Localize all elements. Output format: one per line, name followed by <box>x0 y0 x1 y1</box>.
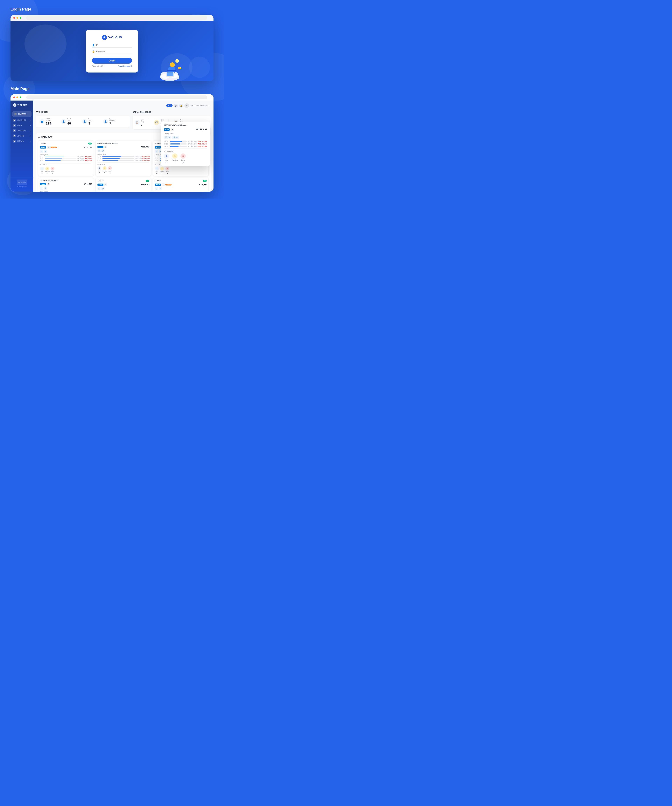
user-avatar[interactable]: A <box>184 103 189 108</box>
floating-azure-row: Azure 2 ₩116,092 <box>164 128 207 131</box>
id-field: 👤 <box>92 44 132 48</box>
action-icon-link[interactable]: 🔗 <box>101 149 104 152</box>
forgot-password-link[interactable]: Forgot Password? <box>118 65 132 67</box>
sidebar-customer-by-arrow: ▸ <box>30 135 31 137</box>
info-badge-label: Info <box>156 171 158 172</box>
cost-prev: ₩5,869,998 <box>77 156 84 158</box>
event-badge-error: ⊘ Error 0 <box>51 167 54 174</box>
csp-stat-info: CSP고객사 46 <box>68 118 72 126</box>
floating-prev: ₩5,869,998 <box>188 143 196 145</box>
action-icon-link[interactable]: 🔗 <box>44 187 47 190</box>
event-badges: ℹ Info 0 ⚠ Warning 2 ⊘ Error 0 <box>40 167 92 174</box>
sidebar-settings-label: 환경설정 <box>17 140 24 142</box>
main-browser-dot-red <box>13 96 15 98</box>
cost-prev: ₩5,869,998 <box>77 158 84 160</box>
login-section-title: Login Page <box>10 7 214 12</box>
partner-value: 229 <box>46 122 51 126</box>
cost-bar-bg <box>102 160 134 160</box>
floating-monthly-cost: 20-09 ₩5,869,998 ₩58,753,906 20-08 ₩5,86… <box>164 140 207 147</box>
cost-row: 20-07 ₩5,869,998 ₩58,753,906 <box>97 160 149 161</box>
ea-icon: 👤 <box>82 119 87 124</box>
event-badge-error: ⊘ Error 4 <box>165 167 169 174</box>
action-icon-doc[interactable]: 📄 <box>97 149 100 152</box>
action-icon-link[interactable]: 🔗 <box>101 187 104 190</box>
sidebar-item-report[interactable]: 리포트 ▸ <box>10 123 33 128</box>
azure-badge: Azure <box>40 146 46 149</box>
password-input[interactable] <box>96 50 132 53</box>
card-title: dJFSKFEIWADdsd12EJ=== <box>97 142 118 144</box>
sidebar-logo-text: V-CLOUD <box>18 104 28 106</box>
id-input[interactable] <box>96 44 132 46</box>
action-icons: 📄 🔗 <box>97 187 149 190</box>
floating-action-btn-1[interactable]: 📄 26 <box>164 136 171 139</box>
notice-label-1: 공지사항 <box>141 119 144 123</box>
notice-value-1: 1 <box>141 123 144 126</box>
sidebar-item-service[interactable]: 서비스현황 ▸ <box>10 117 33 123</box>
login-button[interactable]: Login <box>92 58 132 64</box>
cost-curr: ₩58,753,906 <box>142 160 149 161</box>
floating-event-info: ℹ Info 0 <box>164 154 169 164</box>
monthly-cost-label: Monthly Cost <box>40 191 92 192</box>
action-icons: 📄 🔗 <box>155 187 207 190</box>
floating-monthly-label: Monthly Cost <box>164 133 207 135</box>
card-header: 고객사 8 EA <box>155 180 207 182</box>
notification-icon[interactable]: 💬 <box>174 104 178 107</box>
action-icon-doc[interactable]: 📄 <box>40 150 43 153</box>
warning-icon: ⚠ <box>45 167 49 170</box>
event-badge-info: ℹ Info 0 <box>155 167 159 174</box>
azure-row: Azure 1 Overdue ₩116,006 <box>155 183 207 186</box>
sidebar-item-settings[interactable]: 환경설정 ▸ <box>10 139 33 144</box>
action-icon-doc[interactable]: 📄 <box>40 187 43 190</box>
sidebar-service-label: 서비스현황 <box>17 119 26 121</box>
monthly-cost-label: Monthly Cost <box>97 191 149 192</box>
customer-card: 고객사 8 EA Azure 1 Overdue ₩116,006 📄 🔗 Mo… <box>153 178 209 192</box>
logo-text: V-CLOUD <box>108 36 122 39</box>
warning-badge-label: Warning <box>45 171 49 172</box>
card-header: 고객사 7 EA <box>97 180 149 182</box>
sidebar-item-customer-manage[interactable]: 고객사관리 ▸ <box>10 128 33 133</box>
info-badge-count: 0 <box>42 172 42 174</box>
cost-row: 20-08 ₩5,869,998 ₩58,753,906 <box>97 158 149 159</box>
azure-row: Azure 2 ₩116,092 <box>40 183 92 185</box>
csp-icon: 👤 <box>61 119 66 124</box>
info-badge-count: 0 <box>156 172 157 174</box>
floating-bar-bg <box>170 144 187 144</box>
azure-number: 1 <box>161 183 165 186</box>
action-icon-doc[interactable]: 📄 <box>155 187 158 190</box>
warning-badge-label: Warning <box>160 171 164 172</box>
action-icons: 📄 🔗 <box>40 187 92 190</box>
card-title: 고객사 7 <box>97 180 104 182</box>
floating-action-1-value: 26 <box>168 136 170 138</box>
floating-curr: ₩58,753,906 <box>198 145 207 147</box>
azure-row: Azure 2 ₩116,092 <box>97 145 149 148</box>
card-header: 고객사 5 EA <box>40 142 92 145</box>
browser-url-bar <box>26 16 207 20</box>
cost-bar-fill <box>45 160 61 161</box>
browser-dot-yellow <box>16 17 18 19</box>
azure-number: 2 <box>47 183 50 185</box>
action-icon-doc[interactable]: 📄 <box>97 187 100 190</box>
main-browser-frame: V-CLOUD 대시보드 <box>10 94 214 192</box>
floating-action-btn-2[interactable]: 🔗 26 <box>172 136 179 139</box>
stat-ea: 👤 EA고객사 3 <box>82 118 93 126</box>
action-icon-link[interactable]: 🔗 <box>44 150 47 153</box>
lock-icon: 🔒 <box>92 50 95 53</box>
login-browser-frame: V-CLOUD 👤 🔒 Login Remember ID ? Forgot P… <box>10 15 214 81</box>
main-section: Main Page V-CLOUD <box>0 85 224 198</box>
floating-azure-number: 2 <box>171 128 174 131</box>
sidebar-item-dashboard[interactable]: 대시보드 <box>12 111 31 117</box>
sidebar-item-customer-by[interactable]: 고객사별 ▸ <box>10 133 33 139</box>
bell-icon[interactable]: 🔔 <box>179 104 183 107</box>
action-icon-doc[interactable]: 📄 <box>155 150 158 153</box>
monthly-cost-section: Monthly Cost 20-09 ₩5,869,998 ₩58,753,90… <box>155 191 207 192</box>
action-icon-link[interactable]: 🔗 <box>159 187 162 190</box>
event-badges: ℹ Info 0 ⚠ Warning 2 ⊘ Error 4 <box>97 166 149 173</box>
floating-cost-date: 20-08 <box>164 143 169 145</box>
card-header: dJFSKFEIWADdsd12EJ=== <box>97 142 149 144</box>
login-browser-content: V-CLOUD 👤 🔒 Login Remember ID ? Forgot P… <box>10 21 214 81</box>
user-icon: 👤 <box>92 44 95 46</box>
card-ea-badge: EA <box>146 180 149 182</box>
partner-stat-info: Partner고객사 229 <box>46 118 51 126</box>
floating-bar-bg <box>170 146 187 147</box>
cost-date: 20-08 <box>97 158 102 159</box>
